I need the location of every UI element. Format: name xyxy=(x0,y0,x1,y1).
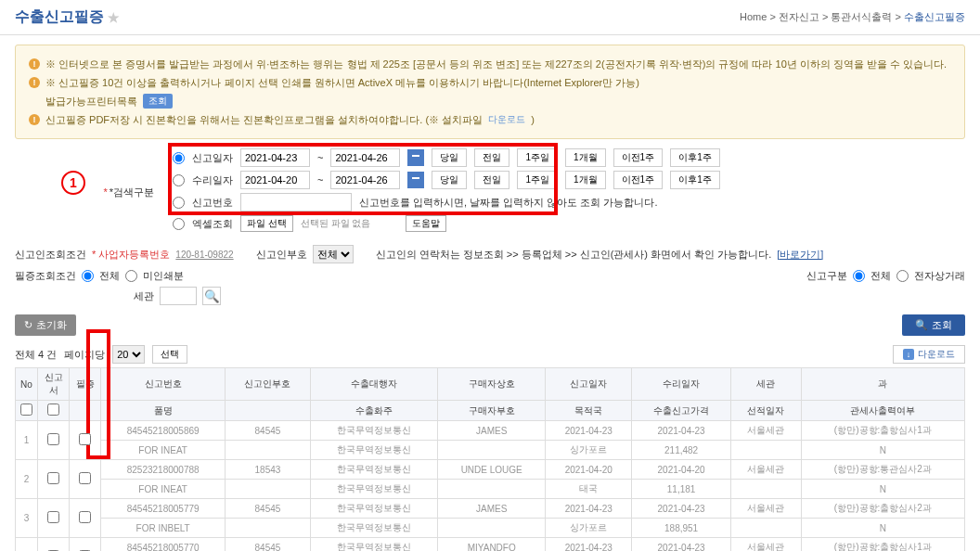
quick-yesterday-2[interactable]: 전일 xyxy=(474,171,509,189)
chk-all-report[interactable] xyxy=(20,404,32,416)
perpage-select[interactable]: 20 xyxy=(112,345,145,364)
quick-nextweek-2[interactable]: 이후1주 xyxy=(670,171,720,189)
row-chk-cert[interactable] xyxy=(79,433,91,445)
download-button[interactable]: ↓다운로드 xyxy=(893,345,965,364)
title-text: 수출신고필증 xyxy=(15,7,104,27)
opt-cert-all: 전체 xyxy=(99,269,120,283)
reset-button[interactable]: ↻초기화 xyxy=(15,314,76,336)
cell-customs: 서울세관 xyxy=(730,460,801,480)
cell-dest: 태국 xyxy=(546,480,632,499)
shortcut-link[interactable]: [바로가기] xyxy=(777,248,823,262)
install-download-link[interactable]: 다운로드 xyxy=(488,110,525,129)
th-agent: 수출대행자 xyxy=(310,368,438,401)
th-no: No xyxy=(16,368,38,401)
results-table: No 신고서 필증 신고번호 신고인부호 수출대행자 구매자상호 신고일자 수리… xyxy=(15,367,965,551)
file-help-button[interactable]: 도움말 xyxy=(406,215,446,232)
cell-buyer: MIYANDFO xyxy=(438,538,546,552)
calendar-button-2[interactable] xyxy=(407,172,424,188)
customs-search-button[interactable]: 🔍 xyxy=(202,287,221,305)
th-acceptdate: 수리일자 xyxy=(632,368,731,401)
search-group-label: *검색구분 xyxy=(103,186,154,199)
reporter-code-select[interactable]: 전체 xyxy=(313,245,354,263)
download-icon: ↓ xyxy=(903,349,914,360)
radio-type-all[interactable] xyxy=(853,270,865,282)
cell-dest: 싱가포르 xyxy=(546,519,632,538)
quick-1week-2[interactable]: 1주일 xyxy=(517,171,558,189)
cell-no: 2 xyxy=(16,460,38,499)
row-chk-report[interactable] xyxy=(47,511,59,523)
th-customs: 세관 xyxy=(730,368,801,401)
radio-report-no[interactable] xyxy=(173,197,185,209)
cell-buyercode xyxy=(438,441,546,460)
quick-nextweek-1[interactable]: 이후1주 xyxy=(670,148,720,167)
cell-price: 211,482 xyxy=(632,441,731,460)
cell-dept: (항만)공항:통관심사2과 xyxy=(801,460,964,480)
th2-4 xyxy=(226,401,310,421)
cell-dest: 싱가포르 xyxy=(546,441,632,460)
select-all-button[interactable]: 선택 xyxy=(152,345,187,364)
quick-yesterday-1[interactable]: 전일 xyxy=(474,148,509,167)
reporter-code-label: 신고인부호 xyxy=(256,248,307,262)
row-chk-cert[interactable] xyxy=(79,472,91,484)
tilde: ~ xyxy=(317,174,323,186)
cell-buyer: UNDE LOUGE xyxy=(438,460,546,480)
chk-all-cert[interactable] xyxy=(47,404,59,416)
radio-cert-all[interactable] xyxy=(82,270,94,282)
bc-2[interactable]: 통관서식출력 xyxy=(831,11,892,22)
cell-buyer: JAMES xyxy=(438,499,546,519)
cell-printed: N xyxy=(801,441,964,460)
radio-cert-unprinted[interactable] xyxy=(125,270,137,282)
radio-excel[interactable] xyxy=(173,218,185,230)
radio-type-ecom[interactable] xyxy=(896,270,909,282)
cell-item: FOR INBELT xyxy=(101,519,226,538)
cell-agent: 한국무역정보통신 xyxy=(310,499,438,519)
printer-list-button[interactable]: 조회 xyxy=(143,94,173,109)
search-icon: 🔍 xyxy=(915,319,928,331)
quick-1month-1[interactable]: 1개월 xyxy=(565,148,606,167)
label-accept-date: 수리일자 xyxy=(192,173,233,187)
cell-reportdate: 2021-04-23 xyxy=(546,421,632,441)
date-from-1[interactable] xyxy=(240,148,310,167)
date-to-1[interactable] xyxy=(330,148,400,167)
notice-2b: 발급가능프린터목록 xyxy=(45,92,137,110)
th2-buyercode: 구매자부호 xyxy=(438,401,546,421)
label-excel: 엑셀조회 xyxy=(192,217,233,231)
svg-rect-3 xyxy=(412,177,419,179)
row-chk-cert[interactable] xyxy=(79,511,91,523)
bc-1[interactable]: 전자신고 xyxy=(779,11,819,22)
file-select-button[interactable]: 파일 선택 xyxy=(240,215,293,232)
svg-rect-1 xyxy=(412,155,419,157)
th2-price: 수출신고가격 xyxy=(632,401,731,421)
customs-input[interactable] xyxy=(160,287,197,305)
star-icon[interactable]: ★ xyxy=(108,10,120,25)
table-row: FOR INBELT 한국무역정보통신 싱가포르 188,951 N xyxy=(16,519,965,538)
cell-customs: 서울세관 xyxy=(730,538,801,552)
row-chk-report[interactable] xyxy=(47,433,59,445)
quick-today-1[interactable]: 당일 xyxy=(432,148,467,167)
th-reportno: 신고번호 xyxy=(101,368,226,401)
quick-today-2[interactable]: 당일 xyxy=(432,171,467,189)
report-no-hint: 신고번호를 입력하시면, 날짜를 입력하지 않아도 조회 가능합니다. xyxy=(359,196,657,210)
notice-3-close: ) xyxy=(531,110,535,129)
opt-cert-unprinted: 미인쇄분 xyxy=(143,269,184,283)
bc-home[interactable]: Home xyxy=(740,11,767,22)
annotation-circle-1: 1 xyxy=(61,171,85,195)
cell-printed: N xyxy=(801,519,964,538)
date-to-2[interactable] xyxy=(330,171,400,189)
quick-1week-1[interactable]: 1주일 xyxy=(517,148,558,167)
radio-accept-date[interactable] xyxy=(173,174,185,186)
tilde: ~ xyxy=(317,152,323,163)
cell-item: FOR INEAT xyxy=(101,441,226,460)
quick-1month-2[interactable]: 1개월 xyxy=(565,171,606,189)
row-chk-report[interactable] xyxy=(47,472,59,484)
quick-prevweek-2[interactable]: 이전1주 xyxy=(613,171,664,189)
th2-shipdate: 선적일자 xyxy=(730,401,801,421)
radio-report-date[interactable] xyxy=(173,152,185,164)
calendar-button-1[interactable] xyxy=(407,149,424,166)
date-from-2[interactable] xyxy=(240,171,310,189)
query-button[interactable]: 🔍조회 xyxy=(902,314,965,336)
cell-acceptdate: 2021-04-20 xyxy=(632,460,731,480)
label-report-date: 신고일자 xyxy=(192,151,233,165)
report-no-input[interactable] xyxy=(240,193,352,211)
quick-prevweek-1[interactable]: 이전1주 xyxy=(613,148,664,167)
